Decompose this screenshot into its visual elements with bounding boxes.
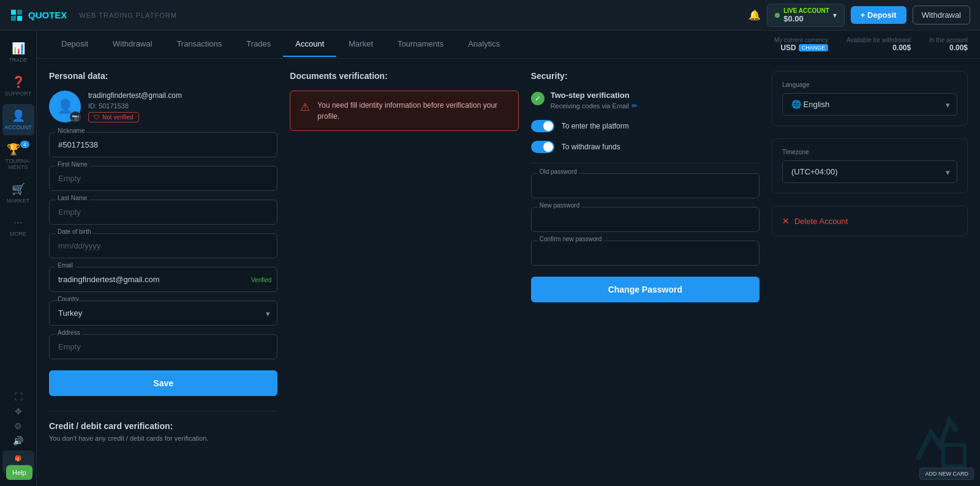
email-input[interactable] (49, 267, 277, 292)
volume-icon[interactable]: 🔊 (13, 436, 23, 446)
alert-text: You need fill identity information befor… (317, 100, 508, 122)
sidebar-item-tournaments[interactable]: 🏆4 TOURNA-MENTS (2, 138, 34, 175)
country-field: Country Turkey United States Germany (49, 301, 277, 326)
toggle-platform[interactable] (531, 120, 554, 132)
sidebar-item-account[interactable]: 👤 ACCOUNT (2, 104, 34, 135)
notification-bell[interactable]: 🔔 (748, 9, 761, 21)
sidebar-label-tournaments: TOURNA-MENTS (6, 158, 31, 170)
divider (531, 163, 760, 163)
sidebar-item-more[interactable]: ··· MORE (2, 211, 34, 242)
credit-title: Credit / debit card verification: (49, 421, 277, 431)
last-name-input[interactable] (49, 200, 277, 225)
sidebar-item-market[interactable]: 🛒 MARKET (2, 178, 34, 209)
nickname-input[interactable] (49, 132, 277, 157)
old-password-field: Old password (531, 173, 760, 198)
delete-account-card: ✕ Delete Account (772, 206, 968, 236)
tab-transactions[interactable]: Transactions (164, 32, 234, 57)
move-icon[interactable]: ✥ (15, 406, 22, 416)
old-password-input[interactable] (531, 173, 760, 198)
edit-icon[interactable]: ✏ (631, 102, 638, 110)
profile-row: 👤 📷 tradingfindertest@gmail.com ID: 5017… (49, 91, 277, 122)
address-input[interactable] (49, 334, 277, 359)
address-label: Address (55, 329, 83, 336)
delete-account-button[interactable]: ✕ Delete Account (782, 216, 957, 226)
currency-selector: USD CHANGE (780, 43, 828, 52)
profile-info: tradingfindertest@gmail.com ID: 50171538… (88, 91, 182, 122)
platform-label: WEB TRADING PLATFORM (79, 12, 177, 19)
confirm-password-input[interactable] (531, 241, 760, 266)
tab-account[interactable]: Account (283, 32, 336, 57)
trade-icon: 📊 (12, 42, 25, 55)
toggle-withdraw-label: To withdraw funds (562, 143, 620, 151)
country-select[interactable]: Turkey United States Germany (49, 301, 277, 326)
svg-rect-0 (11, 10, 16, 15)
check-circle: ✓ (531, 92, 545, 105)
account-icon: 👤 (12, 109, 25, 122)
toggle-enter-platform: To enter the platform (531, 120, 760, 132)
sidebar: 📊 TRADE ❓ SUPPORT 👤 ACCOUNT 🏆4 TOURNA-ME… (0, 31, 37, 486)
tab-trades[interactable]: Trades (234, 32, 283, 57)
toggle-withdraw[interactable] (531, 141, 554, 153)
profile-email: tradingfindertest@gmail.com (88, 91, 182, 100)
tab-deposit[interactable]: Deposit (49, 32, 100, 57)
svg-rect-1 (17, 10, 22, 15)
old-password-label: Old password (537, 168, 579, 175)
right-panel: Language 🌐 English 🌐 Turkish 🌐 Russian T… (772, 71, 968, 442)
not-verified-badge: 🛡 Not verified (88, 112, 139, 122)
save-button[interactable]: Save (49, 370, 277, 396)
settings-icon[interactable]: ⚙ (14, 421, 22, 431)
help-button[interactable]: Help (6, 465, 32, 480)
change-badge[interactable]: CHANGE (799, 44, 829, 51)
balance-value: $0.00 (783, 14, 804, 23)
dob-input[interactable] (49, 233, 277, 258)
toggle-platform-label: To enter the platform (562, 122, 629, 130)
sidebar-item-support[interactable]: ❓ SUPPORT (2, 70, 34, 102)
sidebar-label-trade: TRADE (9, 57, 28, 63)
language-select-wrapper: 🌐 English 🌐 Turkish 🌐 Russian (782, 93, 957, 116)
two-step-title: Two-step verification (551, 91, 638, 100)
documents-alert: ⚠ You need fill identity information bef… (290, 91, 518, 131)
first-name-label: First Name (55, 161, 90, 168)
last-name-label: Last Name (55, 195, 89, 201)
add-new-card-button[interactable]: ADD NEW CARD (919, 468, 974, 480)
sidebar-label-support: SUPPORT (5, 91, 31, 97)
available-withdrawal: Available for withdrawal 0.00$ (846, 37, 911, 52)
tab-tournaments[interactable]: Tournaments (385, 32, 456, 57)
current-currency: My current currency USD CHANGE (774, 37, 828, 52)
alert-icon: ⚠ (300, 100, 310, 114)
new-password-input[interactable] (531, 207, 760, 232)
join-icon: 🎁 (15, 455, 21, 462)
change-password-button[interactable]: Change Password (531, 277, 760, 302)
sidebar-label-account: ACCOUNT (4, 124, 32, 130)
shield-icon: 🛡 (94, 114, 100, 121)
chevron-down-icon: ▾ (833, 11, 837, 20)
timezone-select-wrapper: (UTC+04:00) (UTC+00:00) (UTC-05:00) (782, 160, 957, 183)
new-password-field: New password (531, 207, 760, 232)
avatar-wrapper: 👤 📷 (49, 91, 81, 122)
deposit-button[interactable]: + Deposit (851, 6, 907, 24)
confirm-password-field: Confirm new password (531, 241, 760, 266)
tournaments-icon: 🏆4 (7, 143, 29, 156)
language-select[interactable]: 🌐 English 🌐 Turkish 🌐 Russian (782, 93, 957, 116)
live-label: LIVE ACCOUNT (783, 7, 829, 14)
nickname-label: Nickname (55, 127, 87, 134)
camera-icon[interactable]: 📷 (70, 111, 81, 122)
two-step-info: Two-step verification Receiving codes vi… (551, 91, 638, 110)
topbar: QUOTEX WEB TRADING PLATFORM 🔔 LIVE ACCOU… (0, 0, 980, 31)
expand-icon[interactable]: ⛶ (14, 392, 23, 402)
confirm-password-label: Confirm new password (537, 236, 605, 242)
topbar-right: 🔔 LIVE ACCOUNT $0.00 ▾ + Deposit Withdra… (748, 4, 970, 27)
toggle-knob (543, 121, 553, 131)
live-account-button[interactable]: LIVE ACCOUNT $0.00 ▾ (767, 4, 845, 27)
toggle-withdraw-funds: To withdraw funds (531, 141, 760, 153)
verified-label: Verified (251, 276, 271, 283)
address-field: Address (49, 334, 277, 359)
sidebar-item-trade[interactable]: 📊 TRADE (2, 37, 34, 68)
tab-market[interactable]: Market (336, 32, 385, 57)
tab-analytics[interactable]: Analytics (456, 32, 512, 57)
new-password-label: New password (537, 202, 582, 209)
first-name-input[interactable] (49, 166, 277, 191)
timezone-select[interactable]: (UTC+04:00) (UTC+00:00) (UTC-05:00) (782, 160, 957, 183)
withdrawal-button[interactable]: Withdrawal (913, 6, 970, 24)
tab-withdrawal[interactable]: Withdrawal (100, 32, 164, 57)
